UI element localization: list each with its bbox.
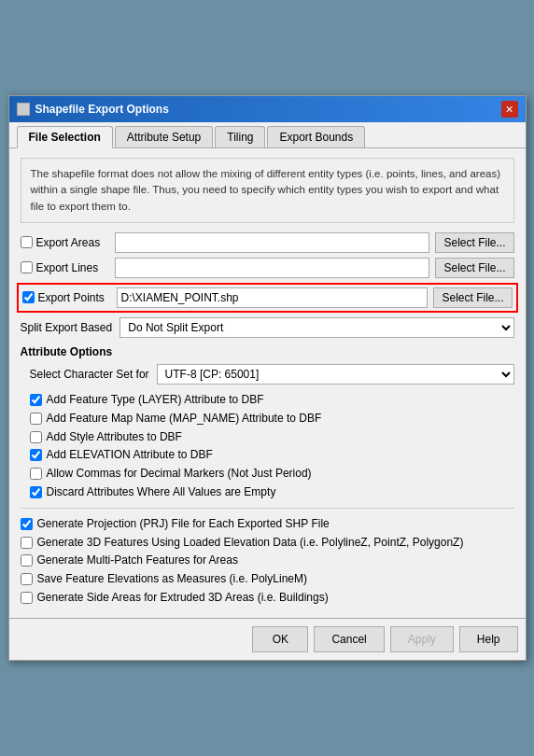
attr-checkbox-0: Add Feature Type (LAYER) Attribute to DB… (30, 392, 514, 408)
export-points-path[interactable] (117, 287, 429, 308)
export-areas-checkbox[interactable] (21, 236, 33, 248)
attr-checkbox-2: Add Style Attributes to DBF (30, 429, 514, 445)
bottom-cb-row-0: Generate Projection (PRJ) File for Each … (21, 516, 514, 532)
export-areas-select-button[interactable]: Select File... (435, 232, 513, 253)
shapefile-export-dialog: Shapefile Export Options ✕ File Selectio… (8, 95, 527, 661)
export-areas-row: Export Areas Select File... (21, 232, 514, 253)
attribute-options-title: Attribute Options (21, 345, 514, 358)
ok-button[interactable]: OK (252, 626, 308, 652)
main-content: The shapefile format does not allow the … (9, 148, 526, 618)
attr-checkbox-5: Discard Attributes Where All Values are … (30, 484, 514, 500)
split-export-select[interactable]: Do Not Split Export (119, 317, 513, 338)
attr-checkbox-3: Add ELEVATION Attribute to DBF (30, 447, 514, 463)
attr-checkbox-1: Add Feature Map Name (MAP_NAME) Attribut… (30, 411, 514, 427)
close-button[interactable]: ✕ (501, 101, 518, 118)
export-points-row-highlighted: Export Points Select File... (17, 283, 518, 313)
button-bar: OK Cancel Apply Help (9, 618, 526, 660)
help-button[interactable]: Help (459, 626, 518, 652)
tab-export-bounds[interactable]: Export Bounds (267, 126, 365, 147)
bottom-section: Generate Projection (PRJ) File for Each … (21, 516, 514, 606)
apply-button[interactable]: Apply (390, 626, 454, 652)
export-lines-row: Export Lines Select File... (21, 258, 514, 278)
info-text: The shapefile format does not allow the … (21, 158, 514, 223)
bottom-cb-3[interactable] (21, 573, 33, 585)
attr-cb-0[interactable] (30, 394, 42, 406)
bottom-cb-4[interactable] (21, 592, 33, 604)
export-areas-label: Export Areas (21, 236, 109, 249)
attr-cb-1[interactable] (30, 413, 42, 425)
export-lines-path[interactable] (115, 258, 430, 278)
charset-row: Select Character Set for UTF-8 [CP: 6500… (30, 364, 514, 385)
attr-cb-4[interactable] (30, 468, 42, 480)
bottom-cb-row-4: Generate Side Areas for Extruded 3D Area… (21, 590, 514, 606)
split-export-row: Split Export Based Do Not Split Export (21, 317, 514, 338)
title-bar: Shapefile Export Options ✕ (9, 96, 526, 122)
title-bar-left: Shapefile Export Options (17, 103, 169, 116)
tab-bar: File Selection Attribute Setup Tiling Ex… (9, 122, 526, 148)
dialog-icon (17, 103, 30, 116)
export-points-select-button[interactable]: Select File... (433, 287, 512, 308)
charset-label: Select Character Set for (30, 368, 149, 381)
export-lines-label: Export Lines (21, 261, 109, 274)
export-areas-path[interactable] (115, 232, 430, 253)
export-points-label: Export Points (22, 291, 111, 304)
cancel-button[interactable]: Cancel (314, 626, 384, 652)
export-points-checkbox[interactable] (22, 291, 35, 303)
tab-file-selection[interactable]: File Selection (17, 126, 113, 148)
bottom-cb-row-1: Generate 3D Features Using Loaded Elevat… (21, 535, 514, 551)
section-divider (21, 508, 514, 509)
attr-cb-3[interactable] (30, 449, 42, 461)
attr-cb-5[interactable] (30, 486, 42, 498)
tab-attribute-setup[interactable]: Attribute Setup (115, 126, 213, 147)
attr-cb-2[interactable] (30, 431, 42, 443)
export-lines-select-button[interactable]: Select File... (435, 258, 513, 278)
bottom-cb-row-2: Generate Multi-Patch Features for Areas (21, 553, 514, 568)
attribute-options-section: Attribute Options Select Character Set f… (21, 345, 514, 500)
bottom-cb-1[interactable] (21, 537, 33, 549)
tab-tiling[interactable]: Tiling (215, 126, 265, 147)
dialog-title: Shapefile Export Options (35, 103, 169, 116)
export-lines-checkbox[interactable] (21, 261, 33, 273)
charset-select[interactable]: UTF-8 [CP: 65001] (157, 364, 514, 385)
bottom-cb-0[interactable] (21, 518, 33, 530)
bottom-cb-row-3: Save Feature Elevations as Measures (i.e… (21, 571, 514, 587)
split-export-label: Split Export Based (21, 321, 113, 334)
bottom-cb-2[interactable] (21, 554, 33, 567)
attr-checkbox-4: Allow Commas for Decimal Markers (Not Ju… (30, 466, 514, 482)
